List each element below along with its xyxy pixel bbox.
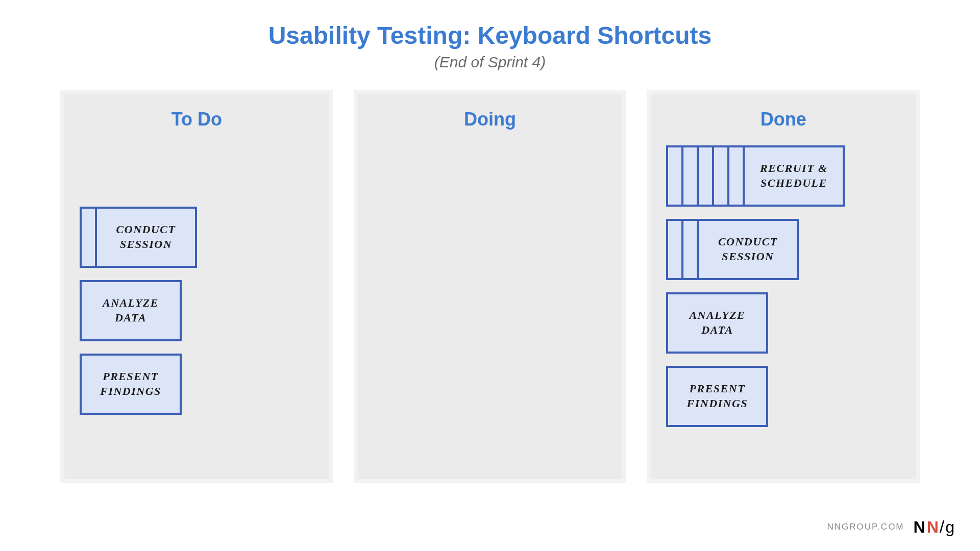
card-present-findings-done: PRESENT FINDINGS (666, 366, 768, 427)
card-analyze-data: ANALYZE DATA (80, 280, 182, 341)
card-conduct-session: CONDUCT SESSION (95, 207, 197, 268)
column-done: Done RECRUIT & SCHEDULE CONDUCT SESSION (647, 90, 920, 483)
card-label: PRESENT FINDINGS (87, 369, 175, 398)
footer-url: NNGROUP.COM (827, 522, 904, 532)
column-doing: Doing (354, 90, 627, 483)
logo-letter-n1: N (914, 518, 925, 537)
card-analyze-data-done: ANALYZE DATA (666, 292, 768, 354)
card-label: PRESENT FINDINGS (673, 382, 761, 411)
column-doing-title: Doing (358, 94, 623, 130)
card-present-findings: PRESENT FINDINGS (80, 354, 182, 415)
column-todo: To Do CONDUCT SESSION ANALYZE DATA PRESE… (60, 90, 333, 483)
card-label: CONDUCT SESSION (102, 222, 190, 252)
card-label: ANALYZE DATA (673, 308, 761, 337)
card-conduct-session-done: CONDUCT SESSION (697, 219, 799, 280)
column-done-title: Done (651, 94, 916, 130)
column-todo-title: To Do (64, 94, 329, 130)
logo-slash: / (940, 517, 944, 537)
header: Usability Testing: Keyboard Shortcuts (E… (0, 0, 980, 71)
card-recruit-schedule: RECRUIT & SCHEDULE (743, 145, 845, 207)
kanban-board: To Do CONDUCT SESSION ANALYZE DATA PRESE… (0, 71, 980, 483)
card-label: CONDUCT SESSION (704, 235, 792, 264)
logo-letter-n2: N (927, 518, 939, 537)
page-title: Usability Testing: Keyboard Shortcuts (0, 21, 980, 49)
card-label: ANALYZE DATA (87, 296, 175, 325)
footer: NNGROUP.COM N N / g (827, 517, 954, 537)
page-subtitle: (End of Sprint 4) (0, 54, 980, 71)
card-label: RECRUIT & SCHEDULE (750, 161, 838, 190)
logo-letter-g: g (945, 518, 954, 537)
nng-logo: N N / g (914, 517, 954, 537)
